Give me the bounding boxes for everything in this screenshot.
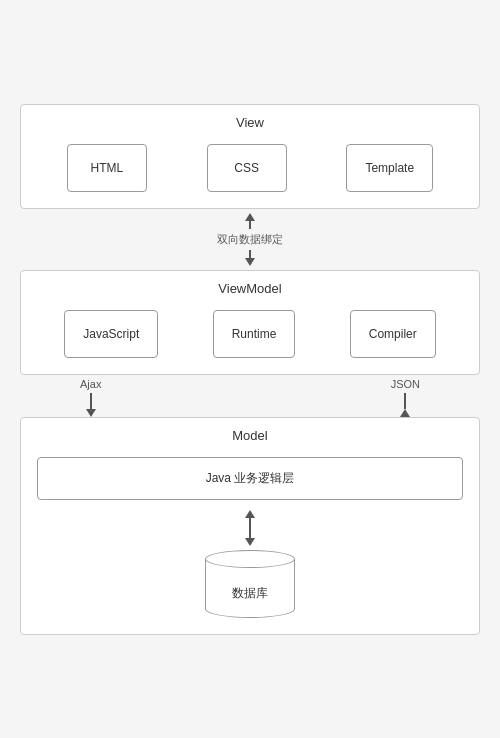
- view-layer-title: View: [37, 115, 463, 130]
- viewmodel-layer-boxes: JavaScript Runtime Compiler: [37, 310, 463, 358]
- view-layer-boxes: HTML CSS Template: [37, 144, 463, 192]
- db-arrow-up-icon: [245, 510, 255, 518]
- json-line: [404, 393, 406, 409]
- view-viewmodel-connector: 双向数据绑定: [217, 209, 283, 270]
- html-box: HTML: [67, 144, 147, 192]
- json-label: JSON: [391, 378, 420, 390]
- java-box: Java 业务逻辑层: [37, 457, 463, 500]
- ajax-label: Ajax: [80, 378, 101, 390]
- model-layer-title: Model: [37, 428, 463, 443]
- db-connector-line-top: [249, 518, 251, 538]
- cylinder-top: [205, 550, 295, 568]
- arrow-down-icon: [245, 258, 255, 266]
- runtime-box: Runtime: [213, 310, 296, 358]
- model-layer-inner: Java 业务逻辑层 数据库: [37, 457, 463, 618]
- javascript-box: JavaScript: [64, 310, 158, 358]
- css-box: CSS: [207, 144, 287, 192]
- arrow-up-icon: [245, 213, 255, 221]
- db-label: 数据库: [232, 584, 268, 601]
- db-connector: [245, 510, 255, 546]
- json-arrow-up-icon: [400, 409, 410, 417]
- connector-line: [249, 221, 251, 229]
- ajax-line: [90, 393, 92, 409]
- ajax-connector: Ajax: [80, 375, 101, 417]
- template-box: Template: [346, 144, 433, 192]
- viewmodel-layer: ViewModel JavaScript Runtime Compiler: [20, 270, 480, 375]
- connector-line-2: [249, 250, 251, 258]
- compiler-box: Compiler: [350, 310, 436, 358]
- json-connector: JSON: [391, 375, 420, 417]
- db-arrow-down-icon: [245, 538, 255, 546]
- model-layer: Model Java 业务逻辑层 数据库: [20, 417, 480, 635]
- database-cylinder: 数据库: [205, 550, 295, 618]
- viewmodel-layer-title: ViewModel: [37, 281, 463, 296]
- view-layer: View HTML CSS Template: [20, 104, 480, 209]
- ajax-arrow-down-icon: [86, 409, 96, 417]
- connector-label: 双向数据绑定: [217, 232, 283, 247]
- diagram: View HTML CSS Template 双向数据绑定 ViewModel …: [20, 84, 480, 655]
- bottom-connectors: Ajax JSON: [20, 375, 480, 417]
